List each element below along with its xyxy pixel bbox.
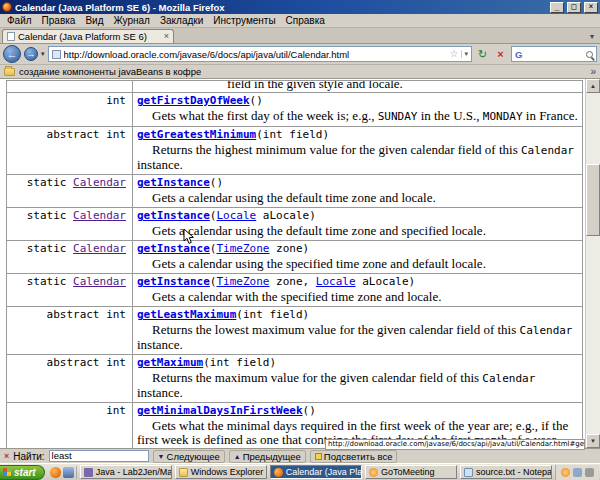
quicklaunch-show-desktop-icon[interactable] [63, 467, 74, 478]
method-link[interactable]: getLeastMaximum [137, 308, 236, 321]
table-row: abstract intgetMaximum(int field)Returns… [7, 355, 583, 403]
tray-icon-2[interactable] [573, 468, 582, 477]
method-signature: getInstance() [137, 176, 578, 190]
table-row: static CalendargetInstance(Locale aLocal… [7, 208, 583, 241]
return-type-link[interactable]: Calendar [73, 242, 126, 255]
menu-bookmarks[interactable]: Закладки [155, 15, 208, 26]
url-bar[interactable]: http://download.oracle.com/javase/6/docs… [48, 46, 472, 62]
method-cell: getInstance(TimeZone zone, Locale aLocal… [133, 274, 583, 307]
param-type-link[interactable]: TimeZone [216, 275, 269, 288]
method-cell: getMaximum(int field)Returns the maximum… [133, 355, 583, 403]
maximize-button[interactable]: □ [567, 2, 581, 13]
vertical-scrollbar[interactable]: ▲ ▼ [585, 79, 600, 448]
method-link[interactable]: getInstance [137, 275, 210, 288]
return-type-link[interactable]: Calendar [73, 209, 126, 222]
reload-button[interactable]: ↻ [475, 48, 490, 61]
method-signature: getInstance(Locale aLocale) [137, 209, 578, 223]
find-toolbar: × Найти: least ▼ Следующее ▲ Предыдущее … [0, 448, 600, 463]
tab-calendar[interactable]: Calendar (Java Platform SE 6) × [2, 29, 174, 43]
return-type-cell: static Calendar [7, 241, 133, 274]
browser-content: field in the given style and locale. int… [0, 79, 600, 448]
find-previous-button[interactable]: ▲ Предыдущее [229, 450, 306, 463]
method-signature: getGreatestMinimum(int field) [137, 128, 578, 142]
method-description: Gets what the first day of the week is; … [137, 109, 578, 124]
search-box[interactable]: G [511, 46, 597, 62]
quicklaunch-firefox-icon[interactable] [50, 467, 61, 478]
method-signature: getInstance(TimeZone zone, Locale aLocal… [137, 275, 578, 289]
forward-button[interactable]: → [24, 47, 38, 61]
method-description: Returns the maximum value for the given … [137, 371, 578, 400]
url-text[interactable]: http://download.oracle.com/javase/6/docs… [64, 49, 447, 60]
method-link[interactable]: getMaximum [137, 356, 203, 369]
site-favicon [52, 50, 61, 59]
system-tray [555, 465, 599, 480]
tray-icon-1[interactable] [561, 468, 570, 477]
table-row: static CalendargetInstance(TimeZone zone… [7, 274, 583, 307]
find-label: Найти: [13, 451, 44, 462]
highlight-all-button[interactable]: Подсветить все [310, 450, 398, 463]
close-button[interactable]: × [584, 2, 598, 13]
back-button[interactable]: ← [3, 45, 21, 63]
menu-help[interactable]: Справка [281, 15, 330, 26]
method-signature: getInstance(TimeZone zone) [137, 242, 578, 256]
scroll-down-icon[interactable]: ▼ [586, 434, 600, 448]
bookmark-folder-icon [4, 68, 15, 76]
find-next-button[interactable]: ▼ Следующее [153, 450, 225, 463]
return-type-link[interactable]: Calendar [73, 176, 126, 189]
return-type-link[interactable]: Calendar [73, 275, 126, 288]
method-cell: getInstance(TimeZone zone)Gets a calenda… [133, 241, 583, 274]
taskbar-item-explorer[interactable]: Windows Explorer [175, 465, 267, 479]
url-dropdown-icon[interactable]: ▾ [461, 50, 468, 58]
history-dropdown-icon[interactable]: ▾ [41, 50, 45, 58]
windows-taskbar: start Java - Lab2Jen/Main.ja... Windows … [0, 463, 600, 480]
method-description: Gets a calendar with the specified time … [137, 290, 578, 304]
taskbar-item-java[interactable]: Java - Lab2Jen/Main.ja... [80, 465, 172, 479]
start-button[interactable]: start [0, 465, 45, 480]
method-link[interactable]: getInstance [137, 176, 210, 189]
menu-history[interactable]: Журнал [108, 15, 155, 26]
menu-edit[interactable]: Правка [37, 15, 81, 26]
method-cell: getInstance(Locale aLocale)Gets a calend… [133, 208, 583, 241]
highlighter-icon [315, 453, 322, 460]
minimize-button[interactable]: _ [550, 2, 564, 13]
stop-button[interactable]: × [493, 48, 508, 60]
tray-icon-3[interactable] [585, 468, 594, 477]
menu-tools[interactable]: Инструменты [208, 15, 280, 26]
taskbar-item-notepad[interactable]: source.txt - Notepad [460, 465, 552, 479]
menu-view[interactable]: Вид [80, 15, 108, 26]
method-cell: getLeastMaximum(int field)Returns the lo… [133, 307, 583, 355]
param-type-link[interactable]: Locale [216, 209, 256, 222]
method-summary-table: field in the given style and locale. int… [6, 80, 583, 448]
find-close-icon[interactable]: × [4, 451, 9, 461]
method-description: Gets a calendar using the default time z… [137, 191, 578, 205]
method-description: Gets a calendar using the specified time… [137, 257, 578, 271]
method-link[interactable]: getMinimalDaysInFirstWeek [137, 404, 303, 417]
return-type-cell: int [7, 93, 133, 127]
taskbar-item-firefox-active[interactable]: Calendar (Java Platfo... [270, 465, 362, 479]
method-signature: getFirstDayOfWeek() [137, 94, 578, 108]
scroll-up-icon[interactable]: ▲ [586, 79, 600, 93]
bookmarks-overflow-icon[interactable]: » [590, 66, 596, 77]
java-app-icon [84, 468, 93, 477]
scrollbar-thumb[interactable] [586, 164, 600, 236]
table-row: abstract intgetLeastMaximum(int field)Re… [7, 307, 583, 355]
find-input[interactable]: least [49, 450, 149, 462]
menu-file[interactable]: Файл [2, 15, 37, 26]
bookmark-star-icon[interactable]: ☆ [450, 49, 459, 59]
method-signature: getLeastMaximum(int field) [137, 308, 578, 322]
taskbar-item-gotomeeting[interactable]: GoToMeeting [365, 465, 457, 479]
param-type-link[interactable]: Locale [316, 275, 356, 288]
method-link[interactable]: getInstance [137, 209, 210, 222]
folder-icon [179, 468, 188, 477]
search-engine-icon[interactable]: G [515, 49, 522, 60]
method-link[interactable]: getGreatestMinimum [137, 128, 256, 141]
method-cell: getInstance()Gets a calendar using the d… [133, 175, 583, 208]
list-all-tabs-icon[interactable]: ▾ [586, 32, 598, 43]
method-link[interactable]: getFirstDayOfWeek [137, 94, 250, 107]
bookmark-item[interactable]: создание компоненты javaBeans в кофре [19, 66, 201, 77]
method-table-body: field in the given style and locale. int… [7, 81, 583, 449]
tab-close-icon[interactable]: × [164, 32, 169, 41]
search-icon[interactable] [586, 51, 593, 58]
method-link[interactable]: getInstance [137, 242, 210, 255]
param-type-link[interactable]: TimeZone [216, 242, 269, 255]
